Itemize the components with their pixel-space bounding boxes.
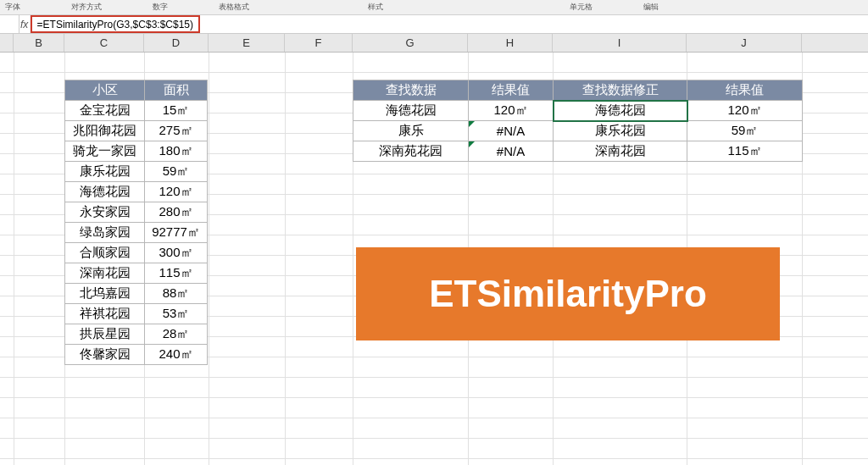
cell[interactable]: 120㎡ [469, 101, 554, 121]
col-header-c[interactable]: C [64, 34, 144, 52]
cell[interactable]: 28㎡ [145, 324, 208, 345]
table-row: 兆阳御花园275㎡ [65, 121, 208, 141]
cell[interactable]: 北坞嘉园 [65, 284, 145, 304]
cell[interactable]: 深南花园 [554, 141, 687, 162]
col-header-g[interactable]: G [353, 34, 468, 52]
table-header-row: 小区 面积 [65, 80, 208, 101]
right-h1[interactable]: 查找数据 [353, 80, 469, 101]
cell[interactable]: 绿岛家园 [65, 223, 145, 243]
ribbon-group-cells: 单元格 [570, 2, 593, 13]
ribbon-group-number: 数字 [153, 2, 168, 13]
formula-input[interactable]: =ETSimilarityPro(G3,$C$3:$C$15) [31, 15, 200, 33]
right-h3[interactable]: 查找数据修正 [554, 80, 687, 101]
table-row: 海德花园120㎡ [65, 182, 208, 202]
cell[interactable]: 海德花园 [65, 182, 145, 202]
fx-icon[interactable]: fx [19, 15, 31, 33]
sheet-area[interactable]: 小区 面积 金宝花园15㎡兆阳御花园275㎡骑龙一家园180㎡康乐花园59㎡海德… [0, 53, 868, 465]
right-h2[interactable]: 结果值 [469, 80, 554, 101]
cell[interactable]: 康乐花园 [65, 162, 145, 182]
table-row: 海德花园120㎡海德花园120㎡ [353, 101, 803, 121]
cell[interactable]: 59㎡ [687, 121, 803, 141]
table-row: 深南花园115㎡ [65, 263, 208, 284]
cell[interactable]: 115㎡ [145, 263, 208, 284]
ribbon: 字体 对齐方式 数字 表格格式 样式 单元格 编辑 [0, 0, 868, 15]
cell[interactable]: 深南花园 [65, 263, 145, 284]
column-headers: B C D E F G H I J [0, 34, 868, 53]
table-row: 合顺家园300㎡ [65, 243, 208, 263]
col-header-h[interactable]: H [468, 34, 553, 52]
cell[interactable]: 拱辰星园 [65, 324, 145, 345]
cell[interactable]: 300㎡ [145, 243, 208, 263]
cell[interactable]: 120㎡ [687, 101, 803, 121]
table-row: 骑龙一家园180㎡ [65, 141, 208, 162]
table-row: 北坞嘉园88㎡ [65, 284, 208, 304]
cell[interactable]: 兆阳御花园 [65, 121, 145, 141]
table-row: 永安家园280㎡ [65, 202, 208, 223]
table-row: 拱辰星园28㎡ [65, 324, 208, 345]
ribbon-group-styles: 样式 [368, 2, 383, 13]
right-table: 查找数据 结果值 查找数据修正 结果值 海德花园120㎡海德花园120㎡康乐#N… [353, 80, 803, 162]
ribbon-group-tableformat: 表格格式 [219, 2, 249, 13]
table-row: 金宝花园15㎡ [65, 101, 208, 121]
right-h4[interactable]: 结果值 [687, 80, 803, 101]
cell[interactable]: 53㎡ [145, 304, 208, 324]
col-header-e[interactable]: E [209, 34, 285, 52]
left-table: 小区 面积 金宝花园15㎡兆阳御花园275㎡骑龙一家园180㎡康乐花园59㎡海德… [64, 80, 208, 365]
table-row: 康乐花园59㎡ [65, 162, 208, 182]
cell[interactable]: #N/A [469, 141, 554, 162]
formula-bar: fx =ETSimilarityPro(G3,$C$3:$C$15) [0, 15, 868, 34]
table-row: 康乐#N/A康乐花园59㎡ [353, 121, 803, 141]
cell[interactable]: 180㎡ [145, 141, 208, 162]
cell[interactable]: 深南苑花园 [353, 141, 469, 162]
ribbon-group-edit: 编辑 [643, 2, 659, 13]
left-h2[interactable]: 面积 [145, 80, 208, 101]
cell[interactable]: 59㎡ [145, 162, 208, 182]
cell[interactable]: 永安家园 [65, 202, 145, 223]
col-header-d[interactable]: D [144, 34, 209, 52]
cell[interactable]: 金宝花园 [65, 101, 145, 121]
cell[interactable]: 88㎡ [145, 284, 208, 304]
col-header-f[interactable]: F [285, 34, 353, 52]
left-h1[interactable]: 小区 [65, 80, 145, 101]
cell[interactable]: 115㎡ [687, 141, 803, 162]
cell[interactable]: 合顺家园 [65, 243, 145, 263]
cell[interactable]: 康乐花园 [554, 121, 687, 141]
cell[interactable]: 120㎡ [145, 182, 208, 202]
overlay-banner: ETSimilarityPro [356, 247, 780, 340]
cell[interactable]: 海德花园 [353, 101, 469, 121]
cell[interactable]: 240㎡ [145, 345, 208, 365]
table-row: 祥祺花园53㎡ [65, 304, 208, 324]
table-header-row: 查找数据 结果值 查找数据修正 结果值 [353, 80, 803, 101]
col-header-b[interactable]: B [14, 34, 64, 52]
ribbon-group-align: 对齐方式 [71, 2, 102, 13]
col-header-blank [0, 34, 14, 52]
name-box[interactable] [0, 15, 19, 33]
cell[interactable]: #N/A [469, 121, 554, 141]
cell[interactable]: 骑龙一家园 [65, 141, 145, 162]
table-row: 绿岛家园92777㎡ [65, 223, 208, 243]
cell[interactable]: 海德花园 [554, 101, 687, 121]
cell[interactable]: 92777㎡ [145, 223, 208, 243]
col-header-j[interactable]: J [687, 34, 802, 52]
table-row: 佟馨家园240㎡ [65, 345, 208, 365]
cell[interactable]: 275㎡ [145, 121, 208, 141]
cell[interactable]: 佟馨家园 [65, 345, 145, 365]
col-header-i[interactable]: I [553, 34, 687, 52]
cell[interactable]: 祥祺花园 [65, 304, 145, 324]
cell[interactable]: 280㎡ [145, 202, 208, 223]
cell[interactable]: 康乐 [353, 121, 469, 141]
cell[interactable]: 15㎡ [145, 101, 208, 121]
table-row: 深南苑花园#N/A深南花园115㎡ [353, 141, 803, 162]
ribbon-group-font: 字体 [5, 2, 20, 13]
